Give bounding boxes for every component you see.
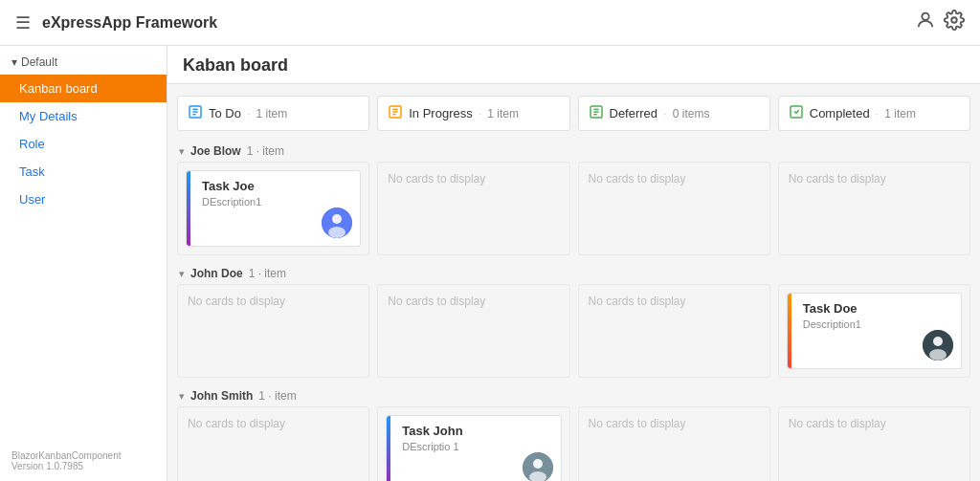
chevron-down-icon: ▾: [179, 390, 185, 403]
completed-icon: [789, 104, 804, 122]
avatar: [523, 452, 553, 481]
cell-joe-deferred: No cards to display: [578, 162, 770, 255]
group-joe-blow-name: Joe Blow: [190, 144, 241, 158]
group-joe-blow: ▾ Joe Blow 1 · item Task Joe DEscription…: [177, 139, 970, 255]
task-card-bar: [187, 171, 190, 246]
group-john-doe: ▾ John Doe 1 · item No cards to display …: [177, 261, 970, 378]
sidebar-item-my-details[interactable]: My Details: [0, 102, 167, 130]
group-joe-blow-count: 1 · item: [247, 144, 284, 158]
avatar: [322, 208, 352, 238]
sidebar-section-default[interactable]: ▾ Default: [0, 46, 167, 75]
cell-doe-completed: Task Doe Description1: [778, 284, 970, 378]
col-todo-count: 1 item: [256, 107, 288, 120]
group-john-doe-name: John Doe: [190, 267, 243, 280]
col-inprogress-separator: ·: [479, 106, 482, 120]
group-joe-blow-cells: Task Joe DEscription1: [177, 162, 970, 255]
col-completed-label: Completed: [810, 106, 870, 120]
task-card-bar: [387, 416, 390, 481]
group-john-doe-header[interactable]: ▾ John Doe 1 · item: [177, 261, 970, 284]
sidebar-item-kanban-board[interactable]: Kanban board: [0, 75, 167, 102]
chevron-down-icon: ▾: [179, 268, 185, 280]
cell-doe-inprogress: No cards to display: [377, 284, 569, 378]
group-john-doe-count: 1 · item: [249, 267, 286, 280]
task-card-title: Task John: [402, 424, 550, 438]
sidebar: ▾ Default Kanban board My Details Role T…: [0, 46, 167, 481]
group-john-smith-count: 1 · item: [258, 389, 296, 403]
no-cards-text: No cards to display: [789, 172, 886, 186]
cell-smith-completed: No cards to display: [778, 406, 970, 481]
group-john-doe-cells: No cards to display No cards to display …: [177, 284, 970, 378]
group-john-smith: ▾ John Smith 1 · item No cards to displa…: [177, 383, 970, 481]
cell-smith-inprogress: Task John DEscriptio 1: [377, 406, 569, 481]
col-deferred-count: 0 items: [673, 107, 710, 120]
col-deferred-label: Deferred: [610, 106, 658, 120]
col-inprogress-count: 1 item: [487, 107, 519, 120]
col-header-deferred: Deferred · 0 items: [578, 96, 770, 131]
chevron-down-icon: ▾: [11, 55, 17, 69]
svg-point-17: [328, 227, 345, 238]
col-inprogress-label: In Progress: [409, 106, 472, 120]
svg-point-22: [533, 459, 543, 469]
col-header-inprogress: In Progress · 1 item: [377, 96, 569, 131]
sidebar-item-role[interactable]: Role: [0, 130, 167, 158]
col-completed-separator: ·: [876, 106, 880, 120]
avatar: [923, 330, 953, 361]
svg-rect-14: [791, 106, 802, 118]
task-card-title: Task Doe: [803, 301, 951, 316]
cell-joe-inprogress: No cards to display: [377, 162, 569, 255]
no-cards-text: No cards to display: [789, 417, 886, 430]
task-card-desc: DEscriptio 1: [402, 441, 550, 452]
menu-icon[interactable]: ☰: [15, 12, 31, 33]
col-todo-label: To Do: [209, 106, 241, 120]
board-container: To Do · 1 item In Progress · 1 item: [167, 84, 980, 481]
cell-smith-deferred: No cards to display: [578, 406, 770, 481]
task-card-desc: DEscription1: [202, 196, 350, 208]
svg-point-16: [332, 214, 342, 224]
no-cards-text: No cards to display: [589, 172, 686, 186]
svg-point-20: [929, 349, 947, 361]
app-title: eXpressApp Framework: [42, 14, 903, 32]
todo-icon: [188, 104, 203, 122]
main-content: Kaban board To Do · 1 item: [167, 46, 980, 481]
col-completed-count: 1 item: [884, 107, 916, 120]
group-joe-blow-header[interactable]: ▾ Joe Blow 1 · item: [177, 139, 970, 162]
cell-joe-todo: Task Joe DEscription1: [177, 162, 369, 255]
svg-point-19: [933, 337, 943, 346]
no-cards-text: No cards to display: [589, 417, 686, 430]
account-icon[interactable]: [915, 10, 936, 35]
inprogress-icon: [388, 104, 403, 122]
no-cards-text: No cards to display: [388, 172, 485, 186]
cell-doe-deferred: No cards to display: [578, 284, 770, 378]
chevron-down-icon: ▾: [179, 145, 185, 158]
no-cards-text: No cards to display: [388, 295, 485, 308]
cell-doe-todo: No cards to display: [177, 284, 369, 378]
task-card-joe[interactable]: Task Joe DEscription1: [186, 170, 361, 247]
task-card-doe[interactable]: Task Doe Description1: [787, 293, 962, 369]
svg-point-1: [951, 17, 957, 23]
group-john-smith-cells: No cards to display Task John DEscriptio…: [177, 406, 970, 481]
col-header-completed: Completed · 1 item: [778, 96, 970, 131]
no-cards-text: No cards to display: [188, 295, 285, 308]
col-todo-separator: ·: [247, 106, 251, 120]
settings-icon[interactable]: [944, 10, 965, 35]
sidebar-section-label: Default: [21, 55, 57, 69]
svg-point-0: [922, 13, 928, 20]
deferred-icon: [589, 104, 604, 122]
sidebar-item-task[interactable]: Task: [0, 158, 167, 186]
sidebar-item-user[interactable]: User: [0, 186, 167, 213]
task-card-smith[interactable]: Task John DEscriptio 1: [386, 415, 561, 481]
page-title: Kaban board: [183, 55, 288, 75]
group-john-smith-header[interactable]: ▾ John Smith 1 · item: [177, 383, 970, 406]
task-card-bar: [788, 294, 791, 368]
task-card-desc: Description1: [803, 318, 951, 330]
group-john-smith-name: John Smith: [190, 389, 253, 403]
col-header-todo: To Do · 1 item: [177, 96, 369, 131]
cell-joe-completed: No cards to display: [778, 162, 970, 255]
no-cards-text: No cards to display: [188, 417, 285, 430]
sidebar-footer: BlazorKanbanComponent Version 1.0.7985: [0, 441, 167, 481]
col-deferred-separator: ·: [663, 106, 667, 120]
column-headers: To Do · 1 item In Progress · 1 item: [177, 96, 970, 131]
task-card-title: Task Joe: [202, 179, 350, 193]
no-cards-text: No cards to display: [589, 295, 686, 308]
cell-smith-todo: No cards to display: [177, 406, 369, 481]
